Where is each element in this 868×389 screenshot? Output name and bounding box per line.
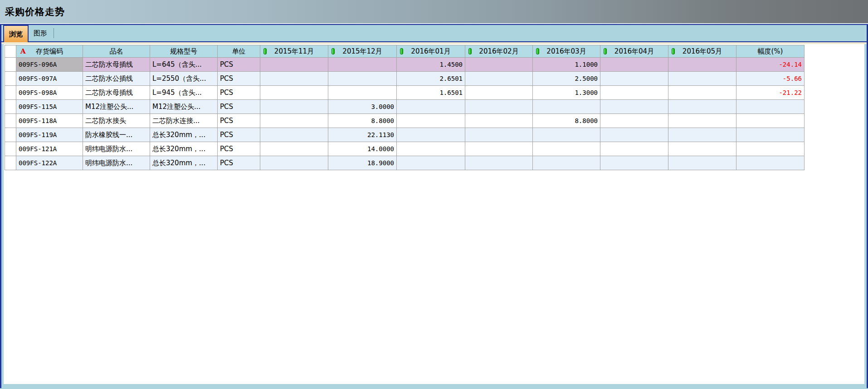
cell-unit[interactable]: PCS	[218, 86, 260, 100]
row-indicator[interactable]	[5, 128, 16, 142]
cell-unit[interactable]: PCS	[218, 72, 260, 86]
cell-spec[interactable]: 总长320mm，...	[150, 128, 218, 142]
cell-m201602[interactable]	[465, 72, 533, 86]
cell-m201512[interactable]: 3.0000	[328, 100, 397, 114]
cell-m201601[interactable]	[397, 128, 465, 142]
cell-code[interactable]: 009FS-119A	[16, 128, 83, 142]
cell-spec[interactable]: L=945（含头...	[150, 86, 218, 100]
cell-m201602[interactable]	[465, 142, 533, 156]
cell-spec[interactable]: 总长320mm，...	[150, 156, 218, 170]
cell-name[interactable]: M12注塑公头...	[83, 100, 150, 114]
cell-m201511[interactable]	[260, 114, 328, 128]
cell-name[interactable]: 防水橡胶线一...	[83, 128, 150, 142]
cell-m201601[interactable]: 1.4500	[397, 58, 465, 72]
cell-m201602[interactable]	[465, 86, 533, 100]
cell-spec[interactable]: L=2550（含头...	[150, 72, 218, 86]
cell-m201603[interactable]	[533, 142, 600, 156]
cell-unit[interactable]: PCS	[218, 58, 260, 72]
cell-m201601[interactable]: 1.6501	[397, 86, 465, 100]
cell-range[interactable]	[736, 128, 805, 142]
cell-m201605[interactable]	[668, 58, 736, 72]
cell-m201601[interactable]	[397, 114, 465, 128]
cell-m201602[interactable]	[465, 128, 533, 142]
cell-m201512[interactable]: 22.1130	[328, 128, 397, 142]
cell-m201511[interactable]	[260, 142, 328, 156]
cell-m201603[interactable]	[533, 128, 600, 142]
cell-unit[interactable]: PCS	[218, 142, 260, 156]
column-header-m201602[interactable]: 2016年02月	[465, 45, 533, 58]
cell-range[interactable]	[736, 142, 805, 156]
cell-range[interactable]: -5.66	[736, 72, 805, 86]
column-header-m201601[interactable]: 2016年01月	[397, 45, 465, 58]
cell-m201511[interactable]	[260, 86, 328, 100]
row-indicator[interactable]	[5, 72, 16, 86]
cell-code[interactable]: 009FS-118A	[16, 114, 83, 128]
cell-unit[interactable]: PCS	[218, 128, 260, 142]
cell-m201511[interactable]	[260, 156, 328, 170]
cell-name[interactable]: 明纬电源防水...	[83, 156, 150, 170]
cell-m201604[interactable]	[600, 72, 668, 86]
cell-m201601[interactable]: 2.6501	[397, 72, 465, 86]
cell-m201512[interactable]: 18.9000	[328, 156, 397, 170]
column-header-unit[interactable]: 单位	[218, 45, 260, 58]
cell-m201604[interactable]	[600, 142, 668, 156]
cell-spec[interactable]: 总长320mm，...	[150, 142, 218, 156]
cell-m201605[interactable]	[668, 72, 736, 86]
row-indicator[interactable]	[5, 100, 16, 114]
column-header-m201511[interactable]: 2015年11月	[260, 45, 328, 58]
cell-spec[interactable]: 二芯防水连接...	[150, 114, 218, 128]
cell-m201602[interactable]	[465, 100, 533, 114]
cell-range[interactable]: -24.14	[736, 58, 805, 72]
cell-m201604[interactable]	[600, 156, 668, 170]
cell-m201603[interactable]	[533, 100, 600, 114]
cell-m201605[interactable]	[668, 156, 736, 170]
cell-range[interactable]	[736, 114, 805, 128]
column-header-spec[interactable]: 规格型号	[150, 45, 218, 58]
cell-m201604[interactable]	[600, 86, 668, 100]
cell-m201603[interactable]: 2.5000	[533, 72, 600, 86]
cell-m201511[interactable]	[260, 128, 328, 142]
cell-m201601[interactable]	[397, 100, 465, 114]
cell-code[interactable]: 009FS-122A	[16, 156, 83, 170]
cell-m201511[interactable]	[260, 72, 328, 86]
cell-m201511[interactable]	[260, 58, 328, 72]
cell-m201605[interactable]	[668, 86, 736, 100]
select-all-corner[interactable]	[5, 45, 16, 58]
cell-m201601[interactable]	[397, 142, 465, 156]
cell-m201605[interactable]	[668, 142, 736, 156]
cell-m201604[interactable]	[600, 58, 668, 72]
column-header-name[interactable]: 品名	[83, 45, 150, 58]
cell-m201512[interactable]: 8.8000	[328, 114, 397, 128]
cell-m201604[interactable]	[600, 114, 668, 128]
cell-spec[interactable]: M12注塑公头...	[150, 100, 218, 114]
tab-graph[interactable]: 图形	[29, 25, 52, 41]
column-header-m201603[interactable]: 2016年03月	[533, 45, 600, 58]
cell-code[interactable]: 009FS-115A	[16, 100, 83, 114]
tab-browse[interactable]: 浏览	[3, 25, 29, 42]
cell-m201602[interactable]	[465, 156, 533, 170]
cell-m201604[interactable]	[600, 100, 668, 114]
column-header-code[interactable]: A存货编码	[16, 45, 83, 58]
cell-m201602[interactable]	[465, 58, 533, 72]
row-indicator[interactable]	[5, 86, 16, 100]
cell-m201603[interactable]: 1.3000	[533, 86, 600, 100]
cell-code[interactable]: 009FS-097A	[16, 72, 83, 86]
cell-spec[interactable]: L=645（含头...	[150, 58, 218, 72]
cell-unit[interactable]: PCS	[218, 114, 260, 128]
cell-m201512[interactable]: 14.0000	[328, 142, 397, 156]
cell-unit[interactable]: PCS	[218, 156, 260, 170]
column-header-range[interactable]: 幅度(%)	[736, 45, 805, 58]
row-indicator[interactable]	[5, 142, 16, 156]
cell-m201605[interactable]	[668, 128, 736, 142]
cell-code[interactable]: 009FS-096A	[16, 58, 83, 72]
cell-name[interactable]: 二芯防水母插线	[83, 58, 150, 72]
column-header-m201604[interactable]: 2016年04月	[600, 45, 668, 58]
row-indicator[interactable]	[5, 114, 16, 128]
row-indicator[interactable]	[5, 58, 16, 72]
cell-m201604[interactable]	[600, 128, 668, 142]
cell-range[interactable]: -21.22	[736, 86, 805, 100]
cell-code[interactable]: 009FS-121A	[16, 142, 83, 156]
cell-m201511[interactable]	[260, 100, 328, 114]
cell-m201602[interactable]	[465, 114, 533, 128]
cell-name[interactable]: 二芯防水接头	[83, 114, 150, 128]
